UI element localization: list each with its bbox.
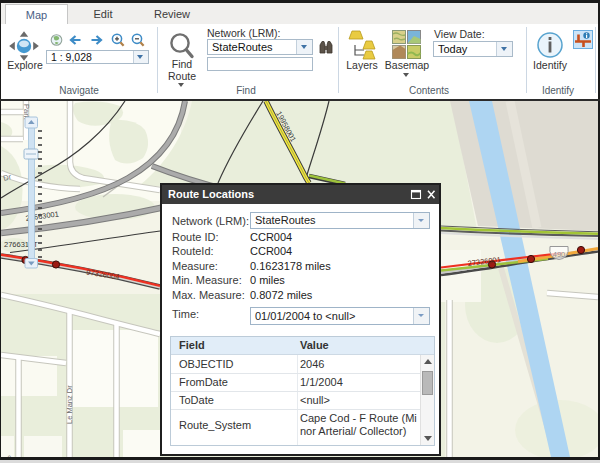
- svg-text:Le Manz Dr: Le Manz Dr: [65, 385, 74, 424]
- svg-text:490: 490: [553, 250, 566, 259]
